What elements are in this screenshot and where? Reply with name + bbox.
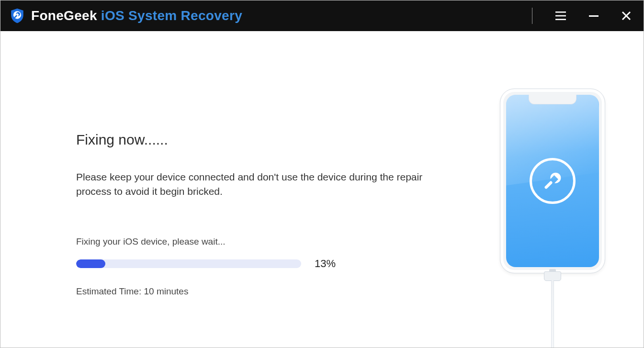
right-panel: [471, 31, 644, 348]
status-text: Fixing your iOS device, please wait...: [76, 236, 452, 247]
separator: [532, 8, 532, 24]
wrench-icon: [530, 158, 576, 204]
svg-rect-4: [555, 19, 566, 20]
phone-screen: [506, 95, 599, 267]
title-bar: FoneGeek iOS System Recovery: [0, 0, 644, 31]
estimated-time-label: Estimated Time: 10 minutes: [76, 286, 452, 297]
app-title: FoneGeek iOS System Recovery: [31, 8, 242, 23]
close-button[interactable]: [621, 11, 631, 21]
page-heading: Fixing now......: [76, 132, 452, 148]
window-controls: [532, 0, 639, 31]
svg-rect-8: [544, 180, 553, 189]
usb-connector: [544, 271, 561, 281]
svg-rect-5: [589, 15, 599, 17]
progress-bar: [76, 259, 301, 268]
instruction-text: Please keep your device connected and do…: [76, 170, 452, 199]
device-illustration: [500, 89, 605, 280]
app-title-part1: FoneGeek: [31, 8, 101, 23]
app-title-part2: iOS System Recovery: [101, 8, 242, 23]
progress-bar-fill: [76, 259, 105, 268]
left-panel: Fixing now...... Please keep your device…: [0, 31, 471, 348]
svg-rect-2: [555, 11, 566, 13]
app-window: FoneGeek iOS System Recovery: [0, 0, 644, 348]
usb-cable: [551, 280, 554, 348]
close-icon: [621, 11, 631, 21]
content-area: Fixing now...... Please keep your device…: [0, 31, 644, 348]
phone-notch: [529, 95, 576, 104]
menu-icon: [555, 11, 566, 20]
app-logo-icon: [9, 8, 25, 24]
menu-button[interactable]: [555, 11, 566, 20]
progress-row: 13%: [76, 258, 344, 270]
svg-rect-3: [555, 15, 566, 17]
phone-body: [500, 89, 605, 273]
progress-percent-label: 13%: [315, 258, 336, 270]
minimize-button[interactable]: [589, 11, 599, 21]
minimize-icon: [589, 11, 599, 21]
